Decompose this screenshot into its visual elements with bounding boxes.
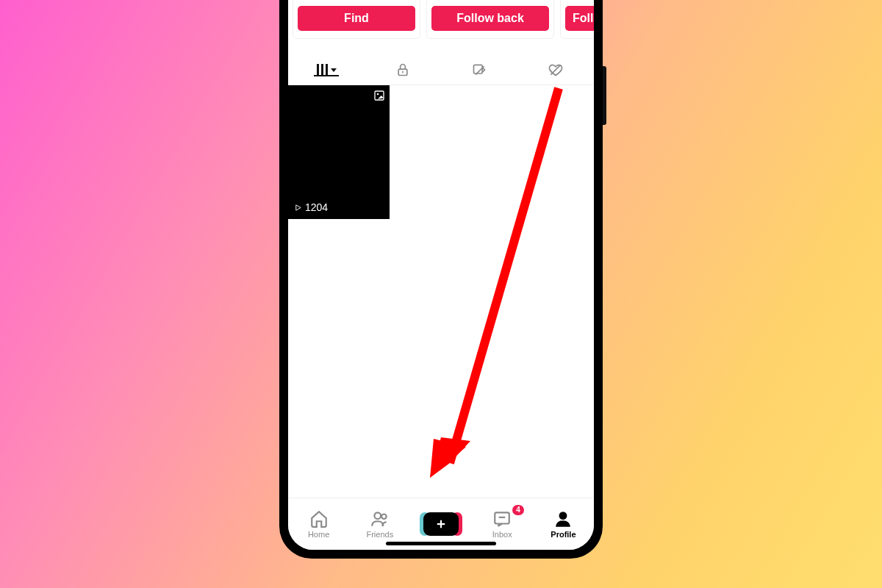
nav-profile[interactable]: Profile — [533, 509, 594, 539]
profile-icon — [553, 509, 573, 528]
app-screen: Find your friends Find Follows you Follo… — [288, 0, 594, 550]
nav-label: Home — [308, 530, 329, 539]
follow-back-button[interactable]: Follow back — [431, 6, 549, 31]
play-count-value: 1204 — [305, 201, 328, 213]
inbox-icon — [492, 509, 512, 528]
video-thumbnail[interactable]: 1204 — [288, 85, 390, 219]
svg-point-5 — [377, 93, 379, 96]
tab-liked[interactable] — [517, 62, 594, 77]
heart-hidden-icon — [548, 62, 564, 77]
nav-home[interactable]: Home — [288, 509, 349, 539]
inbox-badge: 4 — [512, 505, 524, 515]
phone-frame: Find your friends Find Follows you Follo… — [279, 0, 603, 559]
play-icon — [294, 204, 302, 212]
play-count: 1204 — [294, 201, 328, 213]
image-icon — [373, 90, 385, 104]
grid-icon — [317, 64, 328, 76]
nav-label: Profile — [551, 530, 576, 539]
nav-friends[interactable]: Friends — [349, 509, 410, 539]
follow-button[interactable]: Follo — [565, 6, 594, 31]
tab-private[interactable] — [365, 62, 441, 77]
suggestion-cards-row: Find your friends Find Follows you Follo… — [288, 0, 594, 39]
tab-reposts[interactable] — [441, 62, 517, 77]
plus-icon — [434, 517, 448, 531]
phone-power-button — [603, 66, 606, 125]
suggestion-card-follows-you: Follows you Follow back — [426, 0, 554, 39]
gradient-background: Find your friends Find Follows you Follo… — [0, 0, 882, 588]
nav-label: Inbox — [492, 530, 512, 539]
find-button[interactable]: Find — [298, 6, 415, 31]
suggestion-card-partial: Foll Follo — [560, 0, 594, 39]
suggestion-card-find-friends: Find your friends Find — [293, 0, 420, 39]
home-icon — [309, 509, 329, 528]
video-grid: 1204 — [288, 85, 594, 219]
profile-content-tabs — [288, 55, 594, 85]
svg-marker-6 — [296, 204, 301, 209]
chevron-down-icon — [331, 68, 337, 72]
svg-point-8 — [381, 514, 387, 520]
repost-hidden-icon — [471, 62, 487, 77]
nav-inbox[interactable]: 4 Inbox — [472, 509, 533, 539]
nav-create[interactable] — [410, 512, 471, 536]
svg-point-7 — [374, 512, 381, 519]
nav-label: Friends — [366, 530, 393, 539]
tab-grid[interactable] — [288, 64, 365, 76]
svg-point-13 — [559, 512, 567, 520]
create-button[interactable] — [423, 512, 459, 536]
friends-icon — [370, 509, 390, 528]
lock-icon — [395, 62, 410, 77]
home-indicator — [386, 542, 496, 545]
